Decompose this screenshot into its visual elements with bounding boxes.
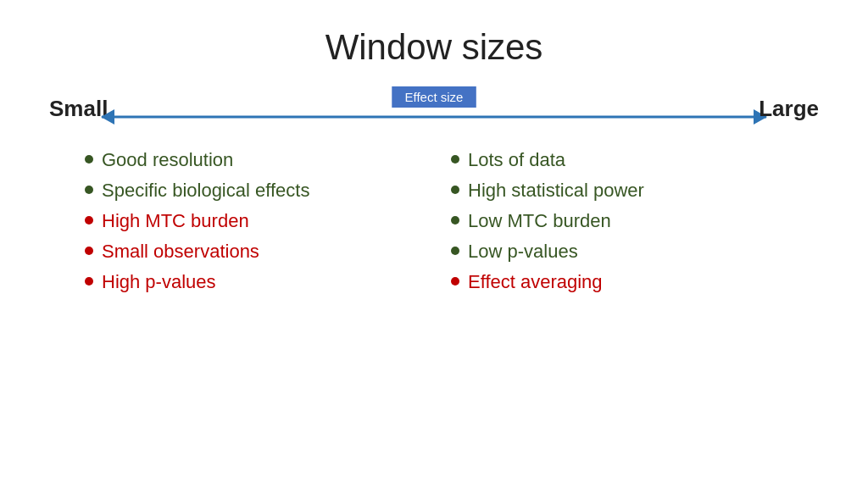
left-bullet-list: Good resolutionSpecific biological effec… [85,149,417,293]
list-item: High MTC burden [85,210,417,232]
right-column: Lots of dataHigh statistical powerLow MT… [434,149,800,302]
bullet-dot-icon [85,247,93,255]
content-columns: Good resolutionSpecific biological effec… [0,149,868,302]
list-item: Lots of data [451,149,783,171]
right-bullet-list: Lots of dataHigh statistical powerLow MT… [451,149,783,293]
double-arrow [102,115,766,119]
list-item: High statistical power [451,180,783,202]
left-column: Good resolutionSpecific biological effec… [68,149,434,302]
list-item-text: Specific biological effects [102,180,309,202]
list-item-text: Small observations [102,241,259,263]
bullet-dot-icon [451,186,459,194]
arrow-section: Small Effect size Large [34,83,834,134]
arrow-line [102,116,766,119]
effect-size-badge: Effect size [392,86,476,108]
bullet-dot-icon [451,155,459,164]
large-label: Large [759,96,819,122]
small-label: Small [49,96,108,122]
list-item: High p-values [85,271,417,293]
list-item-text: High p-values [102,271,216,293]
bullet-dot-icon [85,277,93,286]
list-item-text: Good resolution [102,149,233,171]
list-item: Low MTC burden [451,210,783,232]
page-title: Window sizes [0,0,868,83]
bullet-dot-icon [451,277,459,286]
bullet-dot-icon [451,216,459,225]
list-item: Low p-values [451,241,783,263]
bullet-dot-icon [85,186,93,194]
list-item-text: Low MTC burden [468,210,611,232]
list-item: Small observations [85,241,417,263]
bullet-dot-icon [85,216,93,225]
list-item: Effect averaging [451,271,783,293]
list-item-text: High MTC burden [102,210,249,232]
list-item-text: Effect averaging [468,271,603,293]
list-item-text: Low p-values [468,241,578,263]
arrow-left-head [101,109,114,125]
list-item-text: High statistical power [468,180,644,202]
bullet-dot-icon [85,155,93,164]
bullet-dot-icon [451,247,459,255]
list-item-text: Lots of data [468,149,565,171]
list-item: Specific biological effects [85,180,417,202]
list-item: Good resolution [85,149,417,171]
